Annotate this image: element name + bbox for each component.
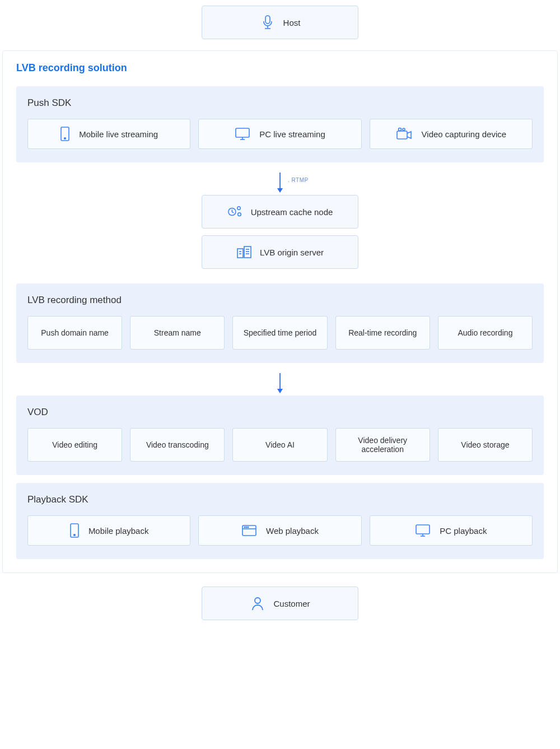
- arrow-down: [16, 371, 544, 396]
- svg-rect-30: [416, 525, 430, 534]
- user-icon: [250, 596, 265, 611]
- push-sdk-panel: Push SDK Mobile live streaming: [16, 86, 544, 162]
- cell-label: Stream name: [154, 328, 201, 337]
- cell-label: Push domain name: [41, 328, 109, 337]
- svg-rect-5: [236, 128, 249, 137]
- recording-item: Specified time period: [232, 316, 327, 350]
- monitor-icon: [415, 524, 431, 537]
- upstream-node: Upstream cache node: [202, 195, 358, 229]
- recording-item: Audio recording: [438, 316, 533, 350]
- svg-point-10: [403, 128, 405, 131]
- playback-item-mobile: Mobile playback: [27, 515, 190, 546]
- svg-point-13: [237, 207, 240, 210]
- server-icon: [236, 244, 252, 260]
- video-camera-icon: [396, 127, 413, 141]
- host-node: Host: [202, 6, 358, 39]
- rtmp-label: . RTMP: [288, 177, 309, 183]
- origin-node: LVB origin server: [202, 235, 358, 269]
- svg-point-29: [248, 527, 249, 528]
- cell-label: Video transcoding: [146, 440, 209, 449]
- cell-label: Video storage: [461, 440, 509, 449]
- svg-point-24: [74, 534, 76, 536]
- vod-panel: VOD Video editing Video transcoding Vide…: [16, 396, 544, 475]
- mobile-icon: [69, 523, 80, 538]
- push-sdk-title: Push SDK: [27, 97, 533, 109]
- recording-panel: LVB recording method Push domain name St…: [16, 283, 544, 363]
- cell-label: Mobile live streaming: [79, 129, 158, 139]
- svg-point-9: [398, 128, 401, 131]
- cell-label: PC playback: [440, 526, 487, 536]
- playback-item-web: Web playback: [198, 515, 361, 546]
- host-label: Host: [283, 18, 301, 27]
- recording-item: Real-time recording: [335, 316, 430, 350]
- cell-label: Video AI: [265, 440, 295, 449]
- microphone-icon: [260, 15, 276, 30]
- monitor-icon: [235, 127, 250, 141]
- playback-panel: Playback SDK Mobile playback: [16, 483, 544, 559]
- cell-label: Mobile playback: [88, 526, 149, 536]
- cache-node-icon: [227, 204, 243, 220]
- origin-label: LVB origin server: [260, 248, 324, 257]
- cell-label: Video editing: [52, 440, 97, 449]
- svg-point-14: [237, 213, 241, 216]
- playback-item-pc: PC playback: [370, 515, 533, 546]
- vod-item: Video editing: [27, 428, 122, 462]
- vod-title: VOD: [27, 407, 533, 418]
- recording-item: Stream name: [130, 316, 225, 350]
- recording-item: Push domain name: [27, 316, 122, 350]
- playback-title: Playback SDK: [27, 494, 533, 505]
- solution-container: LVB recording solution Push SDK Mobile l…: [2, 50, 558, 573]
- svg-rect-0: [265, 16, 270, 24]
- cell-label: Real-time recording: [348, 328, 417, 337]
- recording-title: LVB recording method: [27, 295, 533, 306]
- svg-rect-8: [397, 131, 407, 139]
- svg-point-33: [255, 598, 260, 603]
- svg-rect-15: [237, 249, 243, 258]
- cell-label: Web playback: [266, 526, 319, 536]
- cell-label: Video delivery acceleration: [342, 436, 424, 454]
- cell-label: Video capturing device: [422, 129, 507, 139]
- vod-item: Video storage: [438, 428, 533, 462]
- vod-item: Video delivery acceleration: [335, 428, 430, 462]
- svg-point-28: [246, 527, 247, 528]
- browser-icon: [241, 524, 257, 537]
- customer-label: Customer: [273, 599, 310, 608]
- svg-rect-16: [244, 246, 251, 258]
- customer-node: Customer: [202, 587, 358, 620]
- vod-item: Video AI: [232, 428, 327, 462]
- upstream-label: Upstream cache node: [251, 207, 333, 217]
- push-sdk-item-camera: Video capturing device: [370, 119, 533, 149]
- vod-item: Video transcoding: [130, 428, 225, 462]
- svg-point-27: [244, 527, 245, 528]
- arrow-rtmp: . RTMP: [16, 170, 544, 195]
- svg-point-4: [64, 138, 66, 139]
- push-sdk-item-mobile: Mobile live streaming: [27, 119, 190, 149]
- cell-label: PC live streaming: [259, 129, 325, 139]
- mobile-icon: [60, 127, 70, 141]
- solution-title: LVB recording solution: [16, 62, 544, 74]
- cell-label: Specified time period: [244, 328, 317, 337]
- cell-label: Audio recording: [458, 328, 512, 337]
- push-sdk-item-pc: PC live streaming: [198, 119, 361, 149]
